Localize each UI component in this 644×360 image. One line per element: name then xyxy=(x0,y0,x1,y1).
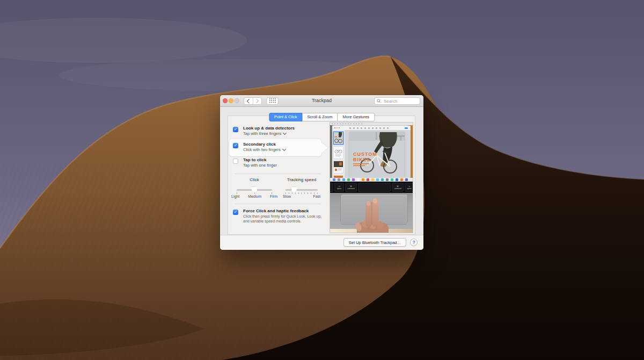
help-button[interactable]: ? xyxy=(410,239,418,246)
back-button[interactable] xyxy=(244,98,253,104)
click-pressure-slider[interactable] xyxy=(237,189,272,191)
trackpad-preferences-window: Trackpad Point & Click xyxy=(220,95,423,250)
search-field[interactable] xyxy=(374,97,420,105)
mini-menu-bar xyxy=(330,123,413,125)
mini-key-command-left: ⌘command xyxy=(345,183,357,192)
tracking-slider-labels: Slow Fast xyxy=(283,195,320,198)
point-and-click-pane: Look up & data detectors Tap with three … xyxy=(228,116,415,235)
poster-text-bikes: BIKES xyxy=(353,157,371,162)
mini-document-canvas: CUSTOM BIKES xyxy=(345,130,411,178)
poster-text-custom: CUSTOM xyxy=(353,152,377,157)
setting-subtitle: Click with two fingers xyxy=(243,147,281,152)
mini-page-thumbnails xyxy=(332,130,345,178)
chevron-left-icon xyxy=(247,99,251,103)
tab-scroll-and-zoom[interactable]: Scroll & Zoom xyxy=(302,113,338,121)
tracking-speed-slider[interactable] xyxy=(286,189,318,191)
two-finger-hand xyxy=(330,191,413,233)
setting-subtitle: Tap with one finger xyxy=(243,163,277,168)
checkbox-secondary-click[interactable] xyxy=(233,143,238,148)
grid-icon xyxy=(269,98,276,103)
setting-title: Look up & data detectors xyxy=(243,126,295,131)
mini-poster-page: CUSTOM BIKES xyxy=(349,132,405,178)
click-slider-thumb[interactable] xyxy=(252,187,257,193)
tab-point-and-click[interactable]: Point & Click xyxy=(269,113,303,121)
setting-row-look-up: Look up & data detectors Tap with three … xyxy=(232,126,295,136)
zoom-button xyxy=(235,98,239,103)
checkbox-tap-to-click[interactable] xyxy=(233,159,238,164)
setting-row-force-click: Force Click and haptic feedback Click th… xyxy=(232,208,321,224)
minimize-button[interactable] xyxy=(229,98,233,103)
mini-key-option-right: ⌥option xyxy=(405,183,413,192)
setting-row-secondary-click: Secondary click Click with two fingers xyxy=(232,142,286,152)
search-input[interactable] xyxy=(383,98,420,105)
forward-button[interactable] xyxy=(253,98,262,104)
setting-title: Secondary click xyxy=(243,142,286,147)
mini-key-command-right: ⌘command xyxy=(392,183,404,192)
setting-title: Force Click and haptic feedback xyxy=(243,208,321,214)
checkbox-look-up-data-detectors[interactable] xyxy=(233,127,238,132)
tracking-slider-thumb[interactable] xyxy=(291,187,297,193)
mini-key-space xyxy=(358,183,391,192)
trackpad-demo-video: CUSTOM BIKES ⌥option ⌘command xyxy=(330,122,413,233)
chevron-down-icon[interactable] xyxy=(282,147,286,150)
force-click-description-line2: and variable speed media controls. xyxy=(243,219,321,224)
click-slider-ticks xyxy=(237,192,272,194)
click-slider-label: Click xyxy=(237,177,272,183)
mini-dock xyxy=(330,178,413,182)
setting-row-tap-to-click: Tap to click Tap with one finger xyxy=(232,157,277,168)
setting-title: Tap to click xyxy=(243,157,277,163)
window-footer: Set Up Bluetooth Trackpad… ? xyxy=(220,235,423,250)
gesture-tabs: Point & Click Scroll & Zoom More Gesture… xyxy=(269,113,375,121)
divider xyxy=(235,174,321,174)
divider xyxy=(235,204,321,204)
secondary-click-callout: Secondary click Click with two fingers xyxy=(229,139,321,156)
chevron-right-icon xyxy=(254,99,259,103)
mini-key-option-left: ⌥option xyxy=(334,183,344,192)
set-up-bluetooth-trackpad-button[interactable]: Set Up Bluetooth Trackpad… xyxy=(343,238,406,247)
tab-more-gestures[interactable]: More Gestures xyxy=(338,113,375,121)
mini-app-window: CUSTOM BIKES xyxy=(332,126,411,178)
force-click-description-line1: Click then press firmly for Quick Look, … xyxy=(243,214,321,219)
mini-thumbnail-selected xyxy=(334,132,343,144)
click-slider-tick-labels: Light Medium Firm xyxy=(231,195,277,198)
window-titlebar[interactable]: Trackpad xyxy=(220,95,423,107)
setting-subtitle: Tap with three fingers xyxy=(243,131,281,136)
tracking-slider-ticks xyxy=(286,192,318,194)
search-icon xyxy=(377,99,381,103)
mini-thumbnail-3 xyxy=(334,161,343,173)
chevron-down-icon[interactable] xyxy=(283,131,287,134)
close-button[interactable] xyxy=(223,98,228,103)
navigation-buttons xyxy=(244,97,262,105)
show-all-preferences-button[interactable] xyxy=(266,97,279,105)
mini-thumbnail-2 xyxy=(334,147,343,159)
tracking-speed-label: Tracking speed xyxy=(282,177,321,183)
checkbox-force-click[interactable] xyxy=(233,210,238,215)
